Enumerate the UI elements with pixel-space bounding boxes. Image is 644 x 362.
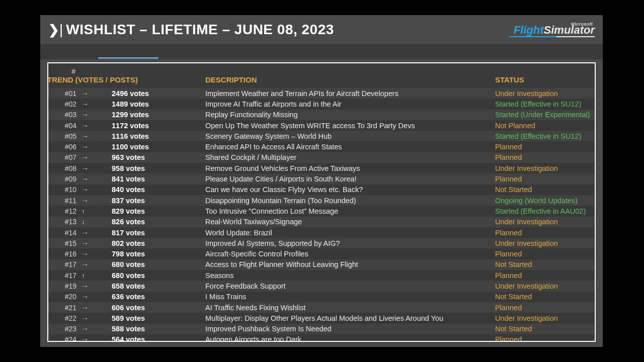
col-trend: TREND (VOTES / POSTS) (47, 75, 205, 84)
wishlist-table: # TREND (VOTES / POSTS) DESCRIPTION STAT… (47, 62, 596, 342)
cell-votes: 1100 votes (112, 143, 205, 151)
cell-votes: 636 votes (112, 293, 205, 301)
cell-trend: → (79, 132, 112, 140)
cell-description: Can we have our Classic Flyby Views etc.… (205, 186, 495, 194)
cell-status: Planned (495, 335, 591, 342)
cell-trend: → (79, 153, 112, 161)
cell-votes: 837 votes (112, 197, 205, 205)
table-row: #23→588 votesImproved Pushback System Is… (48, 324, 595, 334)
cell-trend: → (79, 282, 112, 290)
table-row: #15→802 votesImproved AI Systems, Suppor… (48, 238, 595, 248)
cell-status: Planned (495, 153, 591, 161)
cell-trend: → (79, 239, 112, 247)
cell-status: Not Started (495, 260, 591, 268)
cell-status: Under Investigation (495, 282, 591, 290)
cell-description: Scenery Gateway System – World Hub (205, 132, 495, 140)
cell-description: Disappointing Mountain Terrain (Too Roun… (205, 197, 495, 205)
cell-trend: → (79, 186, 112, 194)
cell-status: Under Investigation (495, 314, 591, 322)
cell-votes: 680 votes (112, 272, 205, 280)
logo-brand-main: FlightSimulator (514, 25, 595, 35)
cell-votes: 1116 votes (112, 132, 205, 140)
table-row: #22→589 votesMultiplayer: Display Other … (48, 313, 595, 323)
col-trend-spacer (79, 67, 112, 75)
cell-description: Improved Pushback System Is Needed (205, 325, 495, 333)
cell-votes: 817 votes (112, 229, 205, 237)
table-row: #14→817 votesWorld Update: BrazilPlanned (48, 227, 595, 238)
cell-description: I Miss Trains (205, 293, 495, 301)
table-row: #17→680 votesAccess to Flight Planner Wi… (48, 259, 595, 270)
cell-votes: 958 votes (112, 164, 205, 172)
cell-status: Planned (495, 143, 591, 151)
cell-trend: → (79, 304, 112, 312)
cell-votes: 829 votes (112, 207, 205, 215)
cell-description: Access to Flight Planner Without Leaving… (205, 260, 495, 268)
cell-trend: → (79, 293, 112, 301)
cell-description: Improved AI Systems, Supported by AIG? (205, 239, 495, 247)
cell-votes: 1489 votes (112, 100, 205, 108)
cell-description: Seasons (205, 272, 495, 280)
cell-description: Shared Cockpit / Multiplayer (205, 153, 495, 161)
cell-description: Autogen Airports are too Dark (205, 335, 495, 342)
cell-status: Under Investigation (495, 164, 591, 172)
msfs-logo: Microsoft FlightSimulator (509, 22, 595, 37)
table-row: #05→1116 votesScenery Gateway System – W… (48, 131, 595, 141)
cell-trend: → (79, 164, 112, 172)
table-row: #02→1489 votesImprove AI Traffic at Airp… (48, 99, 595, 109)
cell-rank: #06 (48, 143, 79, 151)
col-desc: DESCRIPTION (205, 75, 495, 84)
cell-votes: 564 votes (112, 335, 205, 342)
cell-status: Planned (495, 229, 591, 237)
cell-status: Planned (495, 272, 591, 280)
table-row: #01→2496 votesImplement Weather and Terr… (48, 88, 595, 99)
cell-rank: #17 (48, 272, 79, 280)
cell-rank: #23 (48, 325, 79, 333)
table-header: # TREND (VOTES / POSTS) DESCRIPTION STAT… (48, 63, 595, 88)
cell-rank: #17 (48, 260, 79, 268)
cell-rank: #04 (48, 122, 79, 130)
cell-votes: 680 votes (112, 260, 205, 268)
cell-rank: #20 (48, 293, 79, 301)
cell-rank: #08 (48, 164, 79, 172)
cell-trend: → (79, 260, 112, 268)
table-row: #13↓826 votesReal-World Taxiways/Signage… (48, 217, 595, 227)
cell-status: Under Investigation (495, 218, 591, 226)
cell-trend: → (79, 122, 112, 130)
cell-trend: → (79, 325, 112, 333)
header-divider (40, 44, 603, 59)
table-row: #09→841 votesPlease Update Cities / Airp… (48, 173, 595, 184)
cell-description: Enhanced API to Access All Aircraft Stat… (205, 143, 495, 151)
cell-description: Open Up The Weather System WRITE access … (205, 122, 495, 130)
cell-votes: 840 votes (112, 186, 205, 194)
table-body: #01→2496 votesImplement Weather and Terr… (48, 88, 595, 342)
cell-description: Real-World Taxiways/Signage (205, 218, 495, 226)
table-row: #12↑829 votesToo Intrusive "Connection L… (48, 206, 595, 216)
table-row: #19→658 votesForce Feedback SupportUnder… (48, 281, 595, 291)
cell-votes: 841 votes (112, 175, 205, 183)
cell-rank: #12 (48, 207, 79, 215)
cell-rank: #02 (48, 100, 79, 108)
cell-rank: #14 (48, 229, 79, 237)
cell-description: Implement Weather and Terrain APIs for A… (205, 89, 495, 98)
cell-status: Ongoing (World Updates) (495, 197, 591, 205)
cell-trend: → (79, 100, 112, 108)
cell-description: Force Feedback Support (205, 282, 495, 290)
cell-status: Not Started (495, 325, 591, 333)
title-separator: | (59, 22, 63, 38)
table-row: #11→837 votesDisappointing Mountain Terr… (48, 195, 595, 206)
cell-rank: #22 (48, 314, 79, 322)
cell-rank: #01 (48, 89, 79, 98)
cell-trend: ↓ (79, 218, 112, 226)
cell-description: Aircraft-Specific Control Profiles (205, 250, 495, 258)
cell-trend: → (79, 175, 112, 183)
cell-description: World Update: Brazil (205, 229, 495, 237)
cell-status: Started (Under Experimental) (495, 111, 591, 119)
page-title: WISHLIST – LIFETIME – JUNE 08, 2023 (66, 22, 509, 38)
cell-votes: 963 votes (112, 153, 205, 161)
cell-description: Improve AI Traffic at Airports and in th… (205, 100, 495, 108)
table-row: #16→798 votesAircraft-Specific Control P… (48, 248, 595, 259)
cell-votes: 658 votes (112, 282, 205, 290)
cell-trend: → (79, 335, 112, 342)
cell-votes: 1299 votes (112, 111, 205, 119)
cell-description: Please Update Cities / Airports in South… (205, 175, 495, 183)
